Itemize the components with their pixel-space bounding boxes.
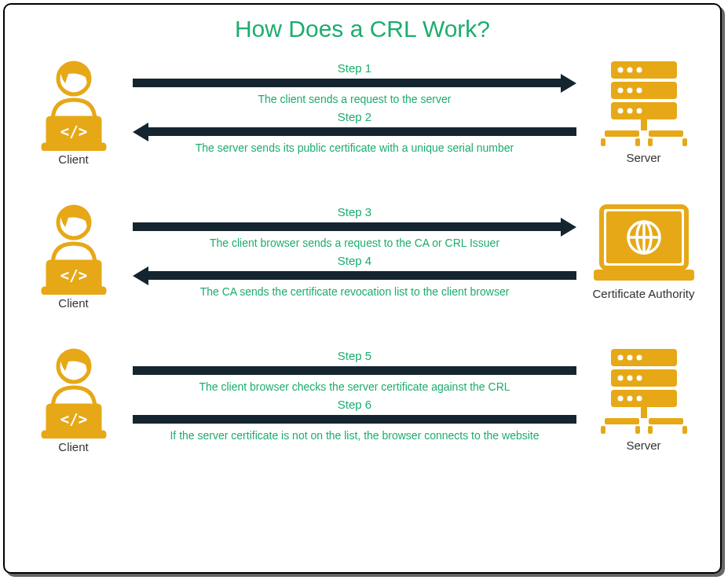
svg-point-55 [627,396,632,402]
svg-point-18 [627,88,632,94]
svg-text:</>: </> [60,123,86,140]
svg-point-19 [636,88,642,94]
step-3: Step 3 The client browser sends a reques… [133,205,576,249]
svg-point-14 [617,68,623,73]
server-icon [597,57,691,149]
step-1-desc: The client sends a request to the server [133,93,576,105]
arrow-right-icon [133,220,576,234]
svg-rect-8 [605,130,639,137]
svg-point-15 [627,68,632,73]
steps-group-2: Step 3 The client browser sends a reques… [126,200,583,303]
svg-point-54 [617,396,623,402]
client-label-1: Client [58,152,88,166]
svg-rect-41 [641,407,647,418]
server-icon [597,344,691,437]
svg-rect-13 [682,138,687,146]
svg-point-50 [636,355,642,361]
server-label-1: Server [626,151,660,164]
client-entity-3: </> Client [20,344,126,453]
client-icon: </> [31,57,117,151]
client-entity-2: </> Client [20,200,126,310]
svg-rect-43 [649,418,683,424]
svg-rect-2 [43,145,104,149]
server-entity-1: Server [583,57,704,164]
svg-rect-36 [43,432,104,437]
arrow-left-icon [133,269,576,283]
section-1: </> Client Step 1 The client sends a req… [20,57,704,166]
ca-label: Certificate Authority [592,287,694,300]
step-5: Step 5 The client browser checks the ser… [133,349,576,393]
step-6: Step 6 If the server certificate is not … [133,398,576,442]
client-label-2: Client [58,296,88,310]
connector-bar-icon [133,364,576,378]
steps-group-1: Step 1 The client sends a request to the… [126,57,583,159]
client-icon: </> [31,200,117,295]
step-2: Step 2 The server sends its public certi… [133,110,576,154]
client-label-3: Client [58,440,88,453]
step-4-desc: The CA sends the certificate revocation … [133,285,576,298]
ca-entity: Certificate Authority [583,200,704,300]
svg-rect-11 [635,138,640,146]
svg-rect-44 [601,426,605,434]
arrow-right-icon [133,76,576,90]
step-6-label: Step 6 [133,398,576,411]
svg-rect-10 [601,138,605,146]
section-2: </> Client Step 3 The client browser sen… [20,200,704,310]
step-4-label: Step 4 [133,254,576,267]
diagram-title: How Does a CRL Work? [20,16,704,42]
step-5-label: Step 5 [133,349,576,362]
step-1: Step 1 The client sends a request to the… [133,61,576,105]
step-2-desc: The server sends its public certificate … [133,141,576,154]
server-label-2: Server [626,439,660,452]
svg-rect-47 [682,426,687,434]
diagram-frame: How Does a CRL Work? </> Client [3,3,722,574]
svg-point-53 [636,376,642,381]
step-1-label: Step 1 [133,61,576,75]
svg-text:</>: </> [60,410,86,428]
svg-point-17 [617,88,623,94]
step-3-desc: The client browser sends a request to th… [133,237,576,249]
svg-point-20 [617,108,623,114]
connector-bar-icon [133,413,576,427]
svg-rect-25 [43,288,104,293]
svg-point-52 [627,376,632,381]
arrow-left-icon [133,125,576,139]
svg-rect-42 [605,418,639,424]
svg-rect-45 [635,426,640,434]
svg-point-16 [636,68,642,73]
step-5-desc: The client browser checks the server cer… [133,380,576,393]
svg-rect-46 [648,426,653,434]
svg-rect-9 [649,130,683,137]
svg-rect-12 [648,138,653,146]
steps-group-3: Step 5 The client browser checks the ser… [126,344,583,446]
svg-point-48 [617,355,623,361]
svg-text:</>: </> [60,266,86,284]
step-4: Step 4 The CA sends the certificate revo… [133,254,576,298]
client-icon: </> [31,344,117,439]
certificate-authority-icon [589,200,699,285]
svg-rect-7 [641,119,647,130]
svg-rect-29 [594,270,694,281]
svg-point-56 [636,396,642,402]
step-3-label: Step 3 [133,205,576,218]
step-6-desc: If the server certificate is not on the … [133,429,576,442]
client-entity-1: </> Client [20,57,126,166]
svg-point-22 [636,108,642,114]
svg-point-21 [627,108,632,114]
step-2-label: Step 2 [133,110,576,123]
svg-point-49 [627,355,632,361]
svg-point-51 [617,376,623,381]
server-entity-2: Server [583,344,704,452]
section-3: </> Client Step 5 The client browser che… [20,344,704,453]
